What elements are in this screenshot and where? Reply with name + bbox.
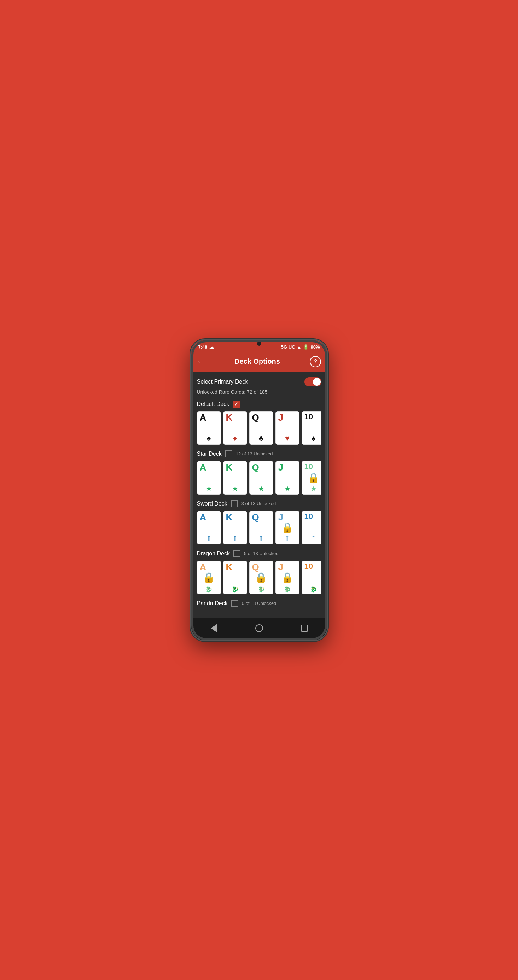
card-letter-2-0: A (200, 512, 207, 522)
back-triangle-icon (211, 624, 217, 633)
card-0-1[interactable]: K ♦ (223, 411, 247, 445)
card-1-1[interactable]: K ★ (223, 461, 247, 495)
page-title: Deck Options (234, 358, 280, 366)
camera-dot (257, 342, 261, 346)
toggle-knob (313, 378, 321, 386)
deck-header-2: Sword Deck3 of 13 Unlocked (197, 500, 321, 508)
card-1-2[interactable]: Q ★ (249, 461, 273, 495)
lock-overlay-1-4: 🔒 (302, 461, 321, 494)
deck-unlock-count-1: 12 of 13 Unlocked (236, 451, 273, 457)
card-2-3[interactable]: J 𝕀 🔒 (276, 511, 300, 544)
lock-overlay-2-3: 🔒 (276, 511, 299, 544)
primary-deck-row: Select Primary Deck (197, 377, 321, 387)
card-letter-0-2: Q (252, 413, 259, 422)
battery-icon: 🔋 (303, 344, 309, 350)
deck-unlock-count-3: 5 of 13 Unlocked (244, 551, 279, 556)
card-3-3[interactable]: J 🐉 🔒 (276, 561, 300, 594)
deck-name-0: Default Deck (197, 401, 230, 407)
deck-name-1: Star Deck (197, 451, 222, 457)
card-0-2[interactable]: Q ♣ (249, 411, 273, 445)
lock-overlay-3-3: 🔒 (276, 561, 299, 594)
deck-checkbox-1[interactable] (225, 450, 232, 458)
card-0-3[interactable]: J ♥ (276, 411, 300, 445)
cards-row-3: A 🐉 🔒 K 🐉 Q 🐉 🔒 J 🐉 🔒 10 🐉 (197, 561, 321, 594)
status-bar: 7:48 ☁ 5G UC ▲ 🔋 90% (191, 340, 327, 352)
network-indicator: 5G UC (281, 344, 295, 350)
bottom-nav (191, 618, 327, 640)
deck-header-4: Panda Deck0 of 13 Unlocked (197, 600, 321, 607)
lock-overlay-3-2: 🔒 (250, 561, 273, 594)
deck-name-4: Panda Deck (197, 600, 228, 607)
card-letter-0-0: A (200, 413, 207, 422)
card-3-0[interactable]: A 🐉 🔒 (197, 561, 221, 594)
lock-icon: 🔒 (307, 472, 320, 484)
deck-section-star-deck: Star Deck12 of 13 Unlocked A ★ K ★ Q ★ J… (197, 450, 321, 495)
deck-header-0: Default Deck✓ (197, 401, 321, 407)
card-1-3[interactable]: J ★ (276, 461, 300, 495)
deck-header-3: Dragon Deck5 of 13 Unlocked (197, 550, 321, 557)
card-1-0[interactable]: A ★ (197, 461, 221, 495)
cards-row-0: A ♠ K ♦ Q ♣ J ♥ 10 ♠ (197, 411, 321, 445)
card-letter-0-4: 10 (304, 413, 313, 421)
status-left: 7:48 ☁ (198, 344, 214, 350)
card-letter-2-1: K (226, 512, 233, 522)
phone-shell: 7:48 ☁ 5G UC ▲ 🔋 90% ← Deck Options ? Se… (190, 339, 328, 641)
card-letter-1-3: J (278, 463, 283, 472)
app-bar: ← Deck Options ? (191, 352, 327, 372)
card-0-0[interactable]: A ♠ (197, 411, 221, 445)
volume-button (327, 411, 328, 428)
decks-container: Default Deck✓ A ♠ K ♦ Q ♣ J ♥ 10 ♠ Star … (197, 401, 321, 607)
card-letter-2-4: 10 (304, 512, 313, 520)
card-letter-3-1: K (226, 563, 233, 572)
primary-deck-toggle[interactable] (304, 377, 321, 387)
card-3-2[interactable]: Q 🐉 🔒 (249, 561, 273, 594)
camera-notch (257, 342, 261, 347)
deck-checkbox-0[interactable]: ✓ (233, 401, 240, 407)
main-content: Select Primary Deck Unlocked Rare Cards:… (191, 372, 327, 618)
card-2-1[interactable]: K 𝕀 (223, 511, 247, 544)
nav-recent-button[interactable] (300, 623, 309, 633)
home-circle-icon (255, 624, 263, 632)
card-letter-1-0: A (200, 463, 207, 472)
deck-section-default-deck: Default Deck✓ A ♠ K ♦ Q ♣ J ♥ 10 ♠ (197, 401, 321, 445)
card-letter-3-4: 10 (304, 563, 313, 570)
time-display: 7:48 (198, 344, 207, 350)
status-right: 5G UC ▲ 🔋 90% (281, 344, 320, 350)
deck-unlock-count-4: 0 of 13 Unlocked (242, 601, 276, 606)
back-button[interactable]: ← (197, 357, 205, 366)
deck-section-panda-deck: Panda Deck0 of 13 Unlocked (197, 600, 321, 607)
deck-checkbox-3[interactable] (233, 550, 241, 557)
lock-icon: 🔒 (281, 572, 293, 583)
deck-section-sword-deck: Sword Deck3 of 13 Unlocked A 𝕀 K 𝕀 Q 𝕀 J… (197, 500, 321, 544)
recent-square-icon (301, 625, 308, 632)
card-2-2[interactable]: Q 𝕀 (249, 511, 273, 544)
nav-home-button[interactable] (254, 623, 264, 633)
card-letter-2-2: Q (252, 512, 259, 522)
card-3-1[interactable]: K 🐉 (223, 561, 247, 594)
help-button[interactable]: ? (310, 356, 321, 368)
signal-icon: ▲ (297, 344, 301, 350)
card-2-4[interactable]: 10 𝕀 (301, 511, 321, 544)
nav-back-button[interactable] (209, 623, 219, 633)
card-letter-0-3: J (278, 413, 283, 422)
lock-overlay-3-0: 🔒 (197, 561, 221, 594)
card-1-4[interactable]: 10 ★ 🔒 (301, 461, 321, 495)
card-2-0[interactable]: A 𝕀 (197, 511, 221, 544)
card-letter-0-1: K (226, 413, 233, 422)
cards-row-1: A ★ K ★ Q ★ J ★ 10 ★ 🔒 (197, 461, 321, 495)
card-0-4[interactable]: 10 ♠ (301, 411, 321, 445)
deck-name-2: Sword Deck (197, 501, 227, 507)
deck-checkbox-2[interactable] (231, 500, 238, 508)
deck-checkbox-4[interactable] (231, 600, 238, 607)
cloud-icon: ☁ (209, 344, 214, 350)
deck-section-dragon-deck: Dragon Deck5 of 13 Unlocked A 🐉 🔒 K 🐉 Q … (197, 550, 321, 594)
primary-deck-label: Select Primary Deck (197, 379, 248, 385)
card-3-4[interactable]: 10 🐉 (301, 561, 321, 594)
lock-icon: 🔒 (255, 572, 267, 583)
deck-header-1: Star Deck12 of 13 Unlocked (197, 450, 321, 458)
deck-unlock-count-2: 3 of 13 Unlocked (242, 501, 276, 506)
lock-icon: 🔒 (202, 572, 215, 583)
deck-name-3: Dragon Deck (197, 550, 230, 557)
cards-row-2: A 𝕀 K 𝕀 Q 𝕀 J 𝕀 🔒 10 𝕀 (197, 511, 321, 544)
battery-level: 90% (311, 344, 320, 350)
